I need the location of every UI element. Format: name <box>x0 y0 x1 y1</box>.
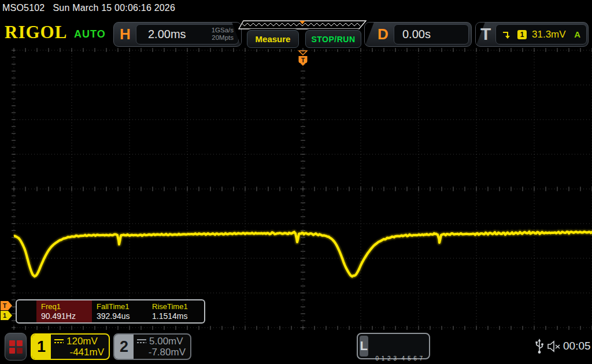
channel2-number: 2 <box>114 335 134 359</box>
speaker-muted-icon <box>547 340 561 352</box>
measurement-cell-falltime1[interactable]: FallTime1 392.94us <box>92 300 147 322</box>
logic-channel-numbers: 0 1 2 3 4 5 6 7 8 9 1011 12131415 <box>370 334 429 358</box>
measurement-name: FallTime1 <box>97 302 143 311</box>
channel2-badge[interactable]: 2 5.00mV -7.80mV <box>113 333 191 360</box>
channel1-badge[interactable]: 1 120mV -441mV <box>31 333 110 360</box>
dc-coupling-icon <box>137 339 146 344</box>
model-name: MSO5102 <box>2 3 45 13</box>
trigger-level-flag[interactable]: T <box>1 301 12 310</box>
logic-row-1: 0 1 2 3 4 5 6 7 <box>370 354 429 363</box>
timebase-value: 2.00ms <box>148 25 186 44</box>
channel1-offset: -441mV <box>54 347 104 358</box>
delay-panel[interactable]: D 0.00s <box>364 22 472 47</box>
trigger-level-letter: T <box>3 302 7 309</box>
channel2-scale: 5.00mV <box>149 336 183 347</box>
channel1-position-flag[interactable]: 1 <box>1 311 12 320</box>
trigger-position-letter: T <box>301 57 305 64</box>
channel2-values: 5.00mV -7.80mV <box>134 335 190 359</box>
stop-run-button[interactable]: STOP/RUN <box>305 30 361 48</box>
channel1-values: 120mV -441mV <box>51 335 109 359</box>
trigger-source-badge: 1 <box>517 30 527 39</box>
graticule <box>12 48 592 330</box>
datetime: Sun March 15 00:06:16 2026 <box>53 3 175 13</box>
trigger-level-value: 31.3mV <box>532 29 566 40</box>
channel1-flag-number: 1 <box>3 312 6 319</box>
measure-button-label: Measure <box>256 34 291 44</box>
measurement-cell-freq1[interactable]: Freq1 90.491Hz <box>36 300 92 322</box>
acquisition-mode-badge: AUTO <box>74 28 106 40</box>
record-timer: 00:05 <box>563 340 591 352</box>
measurement-results-box: Freq1 90.491Hz FallTime1 392.94us RiseTi… <box>16 299 205 324</box>
usb-icon <box>535 339 544 354</box>
measure-button[interactable]: Measure <box>247 30 299 48</box>
rigol-logo: RIGOL <box>5 22 67 43</box>
channel-menu-button[interactable] <box>5 333 27 361</box>
logic-channels-badge[interactable]: L 0 1 2 3 4 5 6 7 8 9 1011 12131415 <box>357 333 430 359</box>
trigger-readout: 1 31.3mV A <box>495 24 587 44</box>
sample-rate: 1GSa/s <box>212 27 234 34</box>
timebase-readout: 2.00ms 1GSa/s 20Mpts <box>136 24 239 44</box>
stop-run-button-label: STOP/RUN <box>311 35 355 44</box>
trigger-status: A <box>574 29 580 39</box>
measurement-name: RiseTime1 <box>152 302 198 311</box>
trigger-position-marker[interactable]: T <box>299 51 308 66</box>
trigger-label: T <box>480 24 491 44</box>
titlebar: MSO5102Sun March 15 00:06:16 2026 <box>2 3 175 13</box>
memory-depth: 20Mpts <box>212 34 234 42</box>
channel1-scale: 120mV <box>66 336 98 347</box>
delay-label: D <box>378 25 388 43</box>
trigger-panel[interactable]: T 1 31.3mV A <box>475 22 589 47</box>
logic-label: L <box>360 336 368 356</box>
horizontal-panel[interactable]: H 2.00ms 1GSa/s 20Mpts <box>113 22 242 47</box>
falling-edge-icon <box>502 30 512 39</box>
measurement-cell-risetime1[interactable]: RiseTime1 1.1514ms <box>147 300 203 322</box>
channel1-number: 1 <box>32 335 51 359</box>
delay-value: 0.00s <box>402 25 431 44</box>
horizontal-label: H <box>120 25 131 43</box>
measurement-value: 392.94us <box>97 311 143 321</box>
channel2-offset: -7.80mV <box>137 347 186 358</box>
delay-readout: 0.00s <box>394 24 469 44</box>
dc-coupling-icon <box>54 339 64 344</box>
waveform-preview-strip[interactable] <box>238 20 368 30</box>
measurement-name: Freq1 <box>41 302 87 311</box>
sample-rate-readout: 1GSa/s 20Mpts <box>212 27 234 42</box>
red-grid-icon <box>9 340 23 354</box>
measurement-value: 90.491Hz <box>41 311 87 321</box>
measurement-value: 1.1514ms <box>152 311 198 321</box>
